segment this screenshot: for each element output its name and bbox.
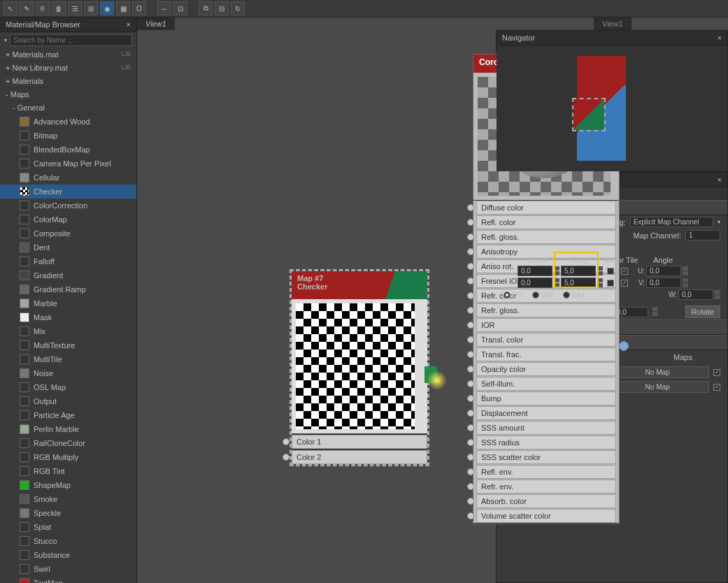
tool-select[interactable]: ↖	[3, 1, 17, 15]
input-port[interactable]	[467, 454, 474, 461]
map-item-gradient[interactable]: Gradient	[0, 268, 136, 282]
tool-btn-13[interactable]: ⊟	[215, 1, 229, 15]
input-port[interactable]	[467, 512, 474, 519]
map-item-perlin-marble[interactable]: Perlin Marble	[0, 422, 136, 436]
vw-radio[interactable]	[532, 292, 539, 298]
tool-btn-12[interactable]: ⧉	[199, 1, 213, 15]
tool-btn-3[interactable]: ⎘	[36, 1, 50, 15]
checker-slot-color-1[interactable]: Color 1	[292, 435, 427, 449]
u-mirror-checkbox[interactable]	[607, 268, 614, 275]
map-item-particle-age[interactable]: Particle Age	[0, 408, 136, 422]
color1-map-checkbox[interactable]: ✓	[713, 369, 720, 376]
corona-slot-absorb-color[interactable]: Absorb. color	[476, 494, 616, 508]
rotate-button[interactable]: Rotate	[685, 305, 720, 318]
color2-map-button[interactable]: No Map	[606, 381, 709, 393]
tool-btn-2[interactable]: ✎	[20, 1, 34, 15]
v-offset-spinner[interactable]: 0,0	[518, 278, 552, 288]
map-channel-spinner[interactable]: 1	[685, 230, 720, 240]
close-icon[interactable]: ×	[718, 34, 722, 42]
u-angle-spinner[interactable]: 0,0	[646, 266, 681, 276]
view-tab-center[interactable]: View1	[137, 17, 175, 30]
map-item-railclonecolor[interactable]: RailCloneColor	[0, 436, 136, 450]
w-angle-spinner[interactable]: 0,0	[678, 289, 713, 300]
corona-slot-refr-env-[interactable]: Refr. env.	[476, 480, 616, 494]
map-item-dent[interactable]: Dent	[0, 240, 136, 254]
input-port[interactable]	[467, 351, 474, 358]
map-item-blendedboxmap[interactable]: BlendedBoxMap	[0, 143, 136, 157]
map-item-substance[interactable]: Substance	[0, 548, 136, 562]
input-port[interactable]	[467, 380, 474, 387]
corona-slot-self-illum-[interactable]: Self-illum.	[476, 377, 616, 391]
u-offset-spinner[interactable]: 0,0	[518, 266, 552, 276]
search-input[interactable]	[10, 34, 132, 46]
library-item[interactable]: + New Library.matLIB	[0, 62, 136, 75]
corona-slot-volume-scatter-color[interactable]: Volume scatter color	[476, 509, 616, 523]
map-item-smoke[interactable]: Smoke	[0, 492, 136, 506]
corona-slot-transl-color[interactable]: Transl. color	[476, 333, 616, 347]
input-port[interactable]	[467, 439, 474, 446]
map-item-osl-map[interactable]: OSL Map	[0, 380, 136, 394]
input-port[interactable]	[467, 233, 474, 240]
map-item-gradient-ramp[interactable]: Gradient Ramp	[0, 282, 136, 296]
map-item-stucco[interactable]: Stucco	[0, 534, 136, 548]
input-port[interactable]	[467, 410, 474, 417]
u-tiling-spinner[interactable]: 5,0	[561, 266, 596, 276]
map-item-output[interactable]: Output	[0, 394, 136, 408]
input-port[interactable]	[467, 468, 474, 475]
corona-output-port[interactable]	[619, 341, 629, 351]
map-item-multitexture[interactable]: MultiTexture	[0, 338, 136, 352]
input-port[interactable]	[467, 204, 474, 211]
tool-delete[interactable]: 🗑	[52, 1, 66, 15]
map-item-rgb-tint[interactable]: RGB Tint	[0, 464, 136, 478]
map-item-colormap[interactable]: ColorMap	[0, 213, 136, 226]
map-item-splat[interactable]: Splat	[0, 520, 136, 534]
map-item-colorcorrection[interactable]: ColorCorrection	[0, 199, 136, 213]
tool-btn-14[interactable]: ↻	[231, 1, 245, 15]
map-item-rgb-multiply[interactable]: RGB Multiply	[0, 450, 136, 464]
input-port[interactable]	[467, 248, 474, 255]
tool-btn-7[interactable]: ◉	[100, 1, 114, 15]
corona-slot-transl-frac-[interactable]: Transl. frac.	[476, 347, 616, 361]
tool-btn-8[interactable]: ▦	[116, 1, 130, 15]
u-tile-checkbox[interactable]: ✓	[621, 268, 628, 275]
corona-slot-sss-scatter-color[interactable]: SSS scatter color	[476, 450, 616, 464]
tool-btn-6[interactable]: ⊞	[84, 1, 98, 15]
input-port[interactable]	[467, 263, 474, 270]
input-port[interactable]	[467, 424, 474, 431]
checker-slot-color-2[interactable]: Color 2	[292, 450, 427, 464]
corona-slot-refr-gloss-[interactable]: Refr. gloss.	[476, 303, 616, 317]
corona-slot-refl-env-[interactable]: Refl. env.	[476, 465, 616, 479]
map-item-speckle[interactable]: Speckle	[0, 506, 136, 520]
tool-btn-10[interactable]: ↔	[157, 1, 171, 15]
materials-section[interactable]: + Materials	[0, 75, 136, 88]
input-port[interactable]	[467, 366, 474, 373]
color2-map-checkbox[interactable]: ✓	[713, 384, 720, 391]
map-item-checker[interactable]: Checker	[0, 185, 136, 199]
chevron-down-icon[interactable]: ▾	[718, 219, 720, 225]
checker-node[interactable]: Map #7 Checker Color 1Color 2	[290, 269, 429, 466]
tool-btn-5[interactable]: ☰	[68, 1, 82, 15]
chevron-down-icon[interactable]: ▾	[4, 37, 7, 43]
map-item-bitmap[interactable]: Bitmap	[0, 129, 136, 143]
map-item-shapemap[interactable]: ShapeMap	[0, 478, 136, 492]
map-item-mix[interactable]: Mix	[0, 324, 136, 338]
v-tiling-spinner[interactable]: 5,0	[561, 278, 596, 288]
library-item[interactable]: + Materials.matLIB	[0, 48, 136, 62]
tool-btn-9[interactable]: O	[132, 1, 146, 15]
input-port[interactable]	[467, 292, 474, 299]
input-port[interactable]	[467, 278, 474, 285]
input-port[interactable]	[283, 438, 290, 445]
node-editor-canvas[interactable]: View1 Map #7 Checker Color 1Color 2 Coro…	[137, 17, 496, 583]
v-tile-checkbox[interactable]: ✓	[621, 280, 628, 287]
map-item-falloff[interactable]: Falloff	[0, 254, 136, 268]
input-port[interactable]	[467, 307, 474, 314]
close-icon[interactable]: ×	[718, 175, 722, 184]
v-angle-spinner[interactable]: 0,0	[646, 278, 681, 288]
corona-slot-refl-color[interactable]: Refl. color	[476, 215, 616, 229]
input-port[interactable]	[467, 219, 474, 226]
map-item-swirl[interactable]: Swirl	[0, 562, 136, 576]
corona-slot-ior[interactable]: IOR	[476, 318, 616, 332]
mapping-dropdown[interactable]: Explicit Map Channel	[630, 217, 713, 227]
input-port[interactable]	[467, 336, 474, 343]
input-port[interactable]	[467, 395, 474, 402]
